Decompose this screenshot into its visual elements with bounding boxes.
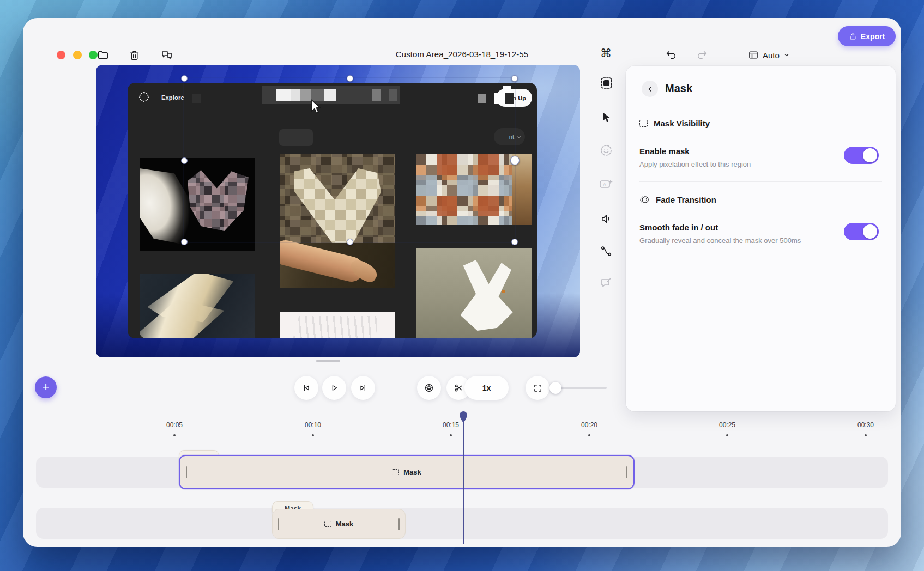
chevron-left-icon bbox=[647, 86, 654, 93]
site-logo-spinner-icon bbox=[139, 92, 149, 102]
mask-visibility-section-header: Mask Visibility bbox=[639, 119, 710, 128]
explore-nav-label: Explore bbox=[161, 94, 184, 101]
video-preview-stage[interactable]: Explore n Up nt bbox=[96, 65, 580, 357]
skip-back-icon bbox=[302, 384, 311, 392]
panel-title: Mask bbox=[665, 82, 692, 95]
tool-ai-text[interactable]: A bbox=[593, 173, 619, 195]
fullscreen-icon bbox=[533, 384, 542, 393]
mask-handle-bottom-center[interactable] bbox=[347, 239, 353, 245]
gallery-image-wings bbox=[140, 274, 255, 338]
mask-handle-top-center[interactable] bbox=[347, 75, 353, 82]
reel-button[interactable] bbox=[417, 376, 441, 400]
ruler-label: 00:20 bbox=[573, 421, 606, 429]
mask-region-icon bbox=[392, 469, 399, 475]
ai-text-icon: A bbox=[599, 178, 613, 191]
fade-transition-icon bbox=[639, 195, 650, 205]
chevron-down-icon bbox=[783, 52, 790, 58]
playhead-pin[interactable] bbox=[460, 411, 467, 423]
fade-transition-section-header: Fade Transition bbox=[639, 195, 716, 205]
back-button[interactable] bbox=[642, 81, 658, 97]
undo-button[interactable] bbox=[663, 47, 679, 63]
tool-select-cursor[interactable] bbox=[593, 106, 619, 128]
mask-handle-top-left[interactable] bbox=[181, 75, 188, 82]
ruler-label: 00:10 bbox=[297, 421, 329, 429]
mask-handle-middle-left[interactable] bbox=[181, 157, 188, 164]
tool-audio[interactable] bbox=[593, 208, 619, 229]
ruler-label: 00:05 bbox=[158, 421, 191, 429]
tool-emoji[interactable] bbox=[593, 139, 619, 161]
clip-trim-handle-right[interactable] bbox=[398, 518, 400, 530]
auto-label: Auto bbox=[763, 51, 780, 60]
enable-mask-title: Enable mask bbox=[639, 147, 690, 156]
cursor-icon bbox=[600, 111, 612, 123]
mask-handle-middle-right[interactable] bbox=[510, 156, 520, 165]
ruler-label: 00:25 bbox=[711, 421, 744, 429]
svg-text:A: A bbox=[603, 182, 606, 187]
play-icon bbox=[330, 384, 339, 392]
app-window: Custom Area_2026-03-18_19-12-55 ⌘ Auto E… bbox=[23, 18, 901, 547]
mask-tool-icon bbox=[600, 76, 613, 90]
comment-edit-icon bbox=[600, 277, 613, 290]
emoji-icon bbox=[600, 144, 613, 157]
stage-resize-handle[interactable] bbox=[316, 360, 340, 362]
mask-selection-rect[interactable] bbox=[184, 78, 515, 242]
timeline-track-2 bbox=[36, 508, 888, 539]
mask-settings-panel: Mask Mask Visibility Enable mask Apply p… bbox=[626, 66, 896, 411]
skip-to-end-button[interactable] bbox=[351, 376, 375, 400]
skip-to-start-button[interactable] bbox=[294, 376, 318, 400]
smooth-fade-toggle[interactable] bbox=[844, 223, 879, 240]
play-button[interactable] bbox=[322, 376, 346, 400]
redo-button[interactable] bbox=[694, 47, 710, 63]
speaker-icon bbox=[600, 212, 613, 225]
export-icon bbox=[849, 32, 857, 40]
chevron-down-icon bbox=[516, 133, 521, 138]
mask-region-icon bbox=[324, 521, 331, 527]
clip-trim-handle-left[interactable] bbox=[186, 466, 187, 478]
volume-slider-knob[interactable] bbox=[549, 382, 561, 394]
export-button[interactable]: Export bbox=[838, 26, 896, 46]
tool-mask[interactable] bbox=[593, 72, 619, 94]
skip-forward-icon bbox=[359, 384, 367, 392]
clip-trim-handle-right[interactable] bbox=[626, 466, 627, 478]
tool-annotate[interactable] bbox=[593, 272, 619, 294]
canvas-size-dropdown[interactable]: Auto bbox=[748, 46, 790, 64]
gallery-image-white-dove bbox=[416, 248, 532, 338]
ruler-label: 00:30 bbox=[849, 421, 882, 429]
panel-divider bbox=[639, 181, 882, 182]
scissors-icon bbox=[454, 383, 463, 393]
smooth-fade-title: Smooth fade in / out bbox=[639, 223, 718, 232]
fullscreen-button[interactable] bbox=[526, 376, 549, 400]
gallery-image-sketch bbox=[280, 312, 395, 338]
playback-speed-button[interactable]: 1x bbox=[464, 376, 509, 400]
motion-path-icon bbox=[600, 245, 613, 258]
tool-motion-path[interactable] bbox=[593, 240, 619, 262]
volume-slider-track[interactable] bbox=[554, 387, 607, 389]
mask-handle-bottom-left[interactable] bbox=[181, 239, 188, 245]
smooth-fade-subtitle: Gradually reveal and conceal the mask ov… bbox=[639, 236, 801, 245]
mask-handle-bottom-right[interactable] bbox=[511, 239, 518, 245]
export-label: Export bbox=[861, 32, 885, 41]
command-shortcut-icon: ⌘ bbox=[600, 47, 612, 60]
playhead-line[interactable] bbox=[463, 416, 464, 544]
titlebar: Custom Area_2026-03-18_19-12-55 ⌘ Auto E… bbox=[23, 18, 901, 66]
clip-trim-handle-left[interactable] bbox=[278, 518, 279, 530]
layout-icon bbox=[748, 50, 759, 60]
redo-icon bbox=[696, 49, 708, 61]
undo-icon bbox=[665, 49, 677, 61]
mask-clip-selected[interactable]: Mask bbox=[179, 455, 635, 489]
mask-handle-top-right[interactable] bbox=[511, 75, 518, 82]
enable-mask-toggle[interactable] bbox=[844, 147, 879, 164]
enable-mask-subtitle: Apply pixelation effect to this region bbox=[639, 160, 751, 168]
mask-region-icon bbox=[639, 120, 648, 127]
film-reel-icon bbox=[424, 383, 434, 393]
pointer-cursor bbox=[310, 99, 322, 114]
add-track-button[interactable]: + bbox=[35, 376, 57, 398]
mask-clip[interactable]: Mask bbox=[272, 509, 406, 539]
